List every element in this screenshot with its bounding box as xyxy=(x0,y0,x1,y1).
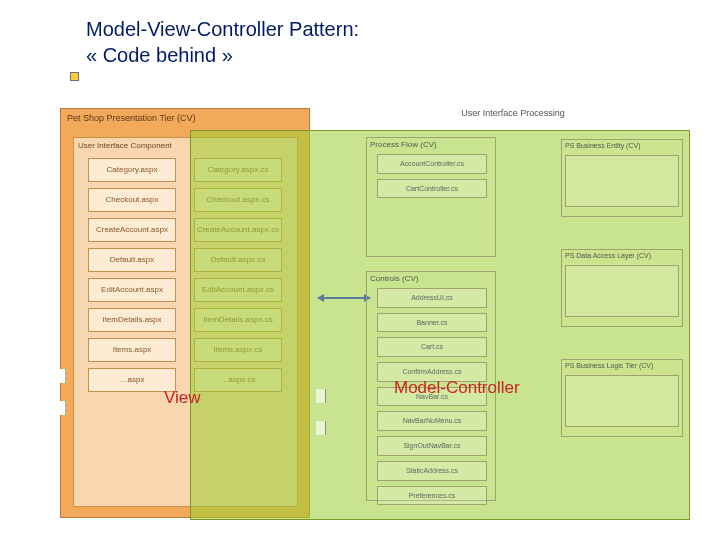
file-box: NavBarNoMenu.cs xyxy=(377,411,487,431)
model-controller-panel: Process Flow (CV) AccountController.cs C… xyxy=(190,130,690,520)
file-box: Cart.cs xyxy=(377,337,487,357)
diagram-area: Pet Shop Presentation Tier (CV) User Int… xyxy=(60,108,700,528)
panel-notch-icon xyxy=(316,389,326,403)
file-box: StaticAddress.cs xyxy=(377,461,487,481)
svg-marker-1 xyxy=(317,294,324,302)
box-inner xyxy=(565,155,679,207)
file-box: Banner.cs xyxy=(377,313,487,333)
controls-title: Controls (CV) xyxy=(367,272,495,285)
file-box: CartController.cs xyxy=(377,179,487,199)
panel-notch-icon xyxy=(56,401,66,415)
title-line-2: « Code behind » xyxy=(86,42,720,68)
file-box: SignOutNavBar.cs xyxy=(377,436,487,456)
presentation-tier-title: Pet Shop Presentation Tier (CV) xyxy=(61,109,309,127)
file-box: Category.aspx xyxy=(88,158,176,182)
file-box: CreateAccount.aspx xyxy=(88,218,176,242)
file-box: Preferences.cs xyxy=(377,486,487,506)
file-box: Default.aspx xyxy=(88,248,176,272)
title-line-1: Model-View-Controller Pattern: xyxy=(86,16,720,42)
process-flow-title: Process Flow (CV) xyxy=(367,138,495,151)
file-box: EditAccount.aspx xyxy=(88,278,176,302)
data-access-box: PS Data Access Layer (CV) xyxy=(561,249,683,327)
box-inner xyxy=(565,265,679,317)
model-controller-label: Model-Controller xyxy=(394,378,520,398)
aspx-column: Category.aspx Checkout.aspx CreateAccoun… xyxy=(88,158,176,398)
file-box: ItemDetails.aspx xyxy=(88,308,176,332)
file-box: Checkout.aspx xyxy=(88,188,176,212)
box-title: PS Data Access Layer (CV) xyxy=(565,252,679,259)
ui-processing-title: User Interface Processing xyxy=(348,108,678,126)
bidirectional-arrow-icon xyxy=(317,289,371,299)
file-box: AccountController.cs xyxy=(377,154,487,174)
business-logic-box: PS Business Logic Tier (CV) xyxy=(561,359,683,437)
file-box: AddressUI.cs xyxy=(377,288,487,308)
file-box: Items.aspx xyxy=(88,338,176,362)
business-entity-box: PS Business Entity (CV) xyxy=(561,139,683,217)
view-label: View xyxy=(164,388,201,408)
process-flow-box: Process Flow (CV) AccountController.cs C… xyxy=(366,137,496,257)
file-box: …aspx xyxy=(88,368,176,392)
box-inner xyxy=(565,375,679,427)
bullet-icon xyxy=(70,72,79,81)
box-title: PS Business Logic Tier (CV) xyxy=(565,362,679,369)
slide-header: Model-View-Controller Pattern: « Code be… xyxy=(0,0,720,68)
panel-notch-icon xyxy=(56,369,66,383)
right-column: PS Business Entity (CV) PS Data Access L… xyxy=(561,139,683,469)
box-title: PS Business Entity (CV) xyxy=(565,142,679,149)
panel-notch-icon xyxy=(316,421,326,435)
